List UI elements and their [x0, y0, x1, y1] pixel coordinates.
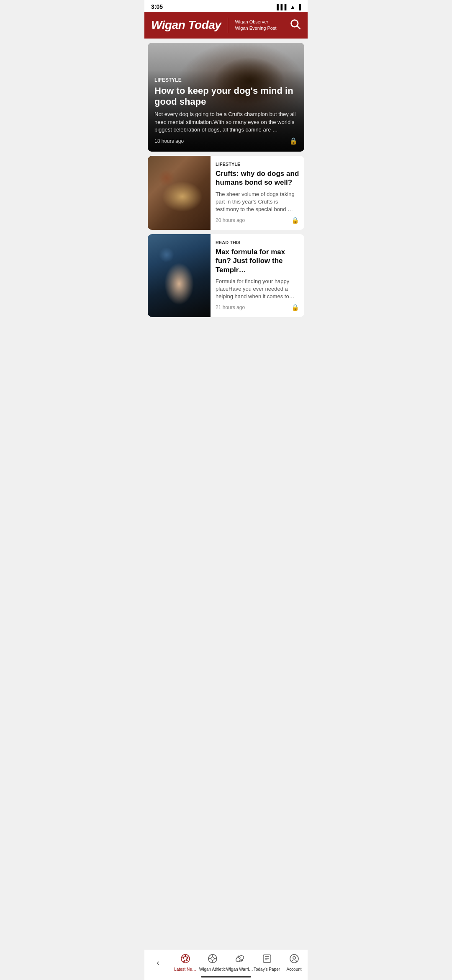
article-card-2[interactable]: Lifestyle Crufts: why do dogs and humans…	[148, 156, 304, 230]
article-3-time: 21 hours ago	[216, 304, 245, 310]
featured-article-category: Lifestyle	[154, 77, 298, 83]
logo-sub: Wigan Observer Wigan Evening Post	[235, 19, 276, 32]
signal-icon: ▌▌▌	[277, 4, 288, 10]
article-2-meta: 20 hours ago 🔒	[216, 217, 299, 224]
featured-article-meta: 18 hours ago 🔒	[154, 137, 298, 145]
article-2-category: Lifestyle	[216, 162, 299, 167]
article-3-title: Max formula for max fun? Just follow the…	[216, 248, 299, 274]
article-3-image	[148, 234, 211, 317]
featured-article-card[interactable]: Lifestyle How to keep your dog's mind in…	[148, 43, 304, 152]
featured-lock-icon: 🔒	[289, 137, 298, 145]
status-icons: ▌▌▌ ▲ ▐	[277, 4, 301, 10]
article-2-content: Lifestyle Crufts: why do dogs and humans…	[211, 156, 304, 230]
featured-article-excerpt: Not every dog is going to be a Crufts ch…	[154, 111, 298, 134]
article-2-excerpt: The sheer volume of dogs taking part in …	[216, 191, 299, 214]
article-2-lock-icon: 🔒	[291, 217, 299, 224]
header-logo: Wigan Today Wigan Observer Wigan Evening…	[151, 18, 277, 33]
article-2-image	[148, 156, 211, 230]
search-button[interactable]	[289, 18, 301, 32]
svg-line-1	[297, 26, 300, 28]
featured-article-title: How to keep your dog's mind in good shap…	[154, 85, 298, 108]
status-time: 3:05	[151, 3, 163, 10]
featured-article-time: 18 hours ago	[154, 138, 184, 144]
article-3-lock-icon: 🔒	[291, 304, 299, 311]
status-bar: 3:05 ▌▌▌ ▲ ▐	[144, 0, 308, 12]
battery-icon: ▐	[297, 4, 301, 10]
logo-main: Wigan Today	[151, 18, 221, 32]
main-content: Lifestyle How to keep your dog's mind in…	[144, 39, 308, 359]
app-header: Wigan Today Wigan Observer Wigan Evening…	[144, 12, 308, 39]
featured-article-overlay: Lifestyle How to keep your dog's mind in…	[148, 70, 304, 152]
article-card-3[interactable]: Read This Max formula for max fun? Just …	[148, 234, 304, 317]
article-2-title: Crufts: why do dogs and humans bond so w…	[216, 169, 299, 187]
article-3-category: Read This	[216, 240, 299, 245]
article-2-time: 20 hours ago	[216, 217, 245, 223]
article-3-content: Read This Max formula for max fun? Just …	[211, 234, 304, 317]
logo-divider	[228, 18, 228, 33]
wifi-icon: ▲	[290, 4, 295, 10]
article-3-meta: 21 hours ago 🔒	[216, 304, 299, 311]
article-3-excerpt: Formula for finding your happy placeHave…	[216, 278, 299, 301]
